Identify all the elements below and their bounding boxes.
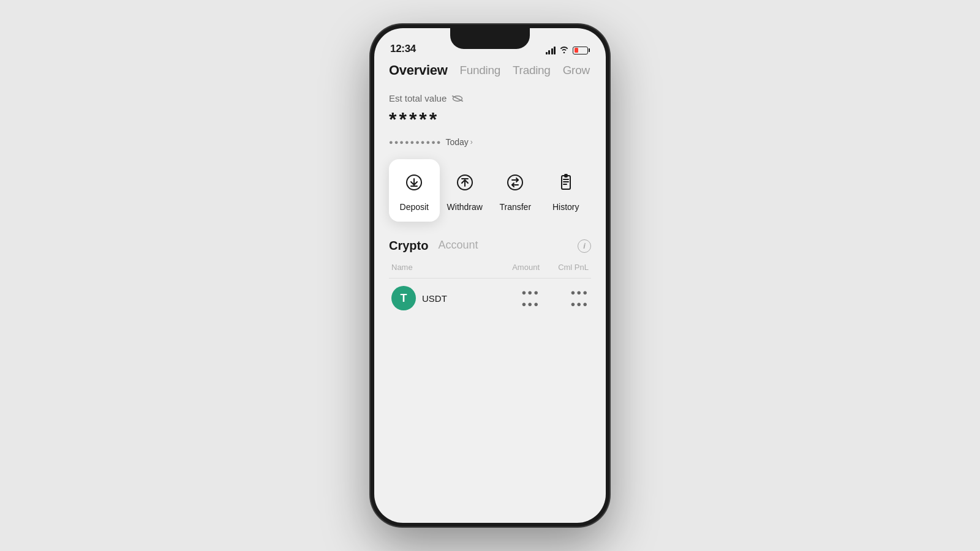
phone-notch (450, 28, 530, 49)
tab-grow[interactable]: Grow (563, 64, 590, 77)
wifi-icon (559, 45, 569, 55)
usdt-icon: T (391, 286, 416, 310)
status-time: 12:34 (390, 43, 416, 55)
transfer-icon (502, 169, 529, 196)
crypto-tabs: Crypto Account i (389, 239, 591, 253)
battery-icon (573, 47, 590, 54)
col-name-header: Name (391, 263, 484, 272)
balance-section: Est total value ***** ●●●●●●●●●● Today › (389, 93, 591, 147)
usdt-amount: ●●● ●●● (484, 288, 540, 309)
svg-point-5 (508, 175, 522, 190)
app-content: Overview Funding Trading Grow Est total … (374, 60, 606, 523)
tab-crypto[interactable]: Crypto (389, 239, 428, 253)
est-total-label: Est total value (389, 93, 591, 103)
hide-balance-icon[interactable] (451, 94, 464, 103)
transfer-label: Transfer (499, 202, 531, 212)
usdt-pnl: ●●● ●●● (540, 288, 589, 309)
history-icon (552, 169, 579, 196)
deposit-icon (401, 169, 428, 196)
usdt-name: USDT (422, 293, 447, 304)
transfer-button[interactable]: Transfer (490, 159, 541, 222)
history-label: History (552, 202, 579, 212)
info-icon[interactable]: i (578, 239, 591, 253)
withdraw-icon (451, 169, 478, 196)
table-row[interactable]: T USDT ●●● ●●● ●●● ●●● (389, 279, 591, 318)
deposit-label: Deposit (400, 202, 429, 212)
usdt-amount-dots: ●●● ●●● (484, 288, 540, 309)
signal-icon (546, 47, 556, 54)
col-amount-header: Amount (484, 263, 540, 272)
phone-device: 12:34 (371, 24, 609, 527)
tab-overview[interactable]: Overview (389, 62, 447, 78)
withdraw-button[interactable]: Withdraw (440, 159, 491, 222)
coin-info: T USDT (391, 286, 484, 310)
usdt-pnl-dots: ●●● ●●● (540, 288, 589, 309)
crypto-section: Crypto Account i Name Amount Cml PnL T U… (389, 239, 591, 318)
col-pnl-header: Cml PnL (540, 263, 589, 272)
action-buttons: Deposit Withdraw (389, 159, 591, 222)
today-button[interactable]: Today › (445, 137, 472, 147)
balance-change-dots: ●●●●●●●●●● (389, 138, 442, 146)
balance-change-row: ●●●●●●●●●● Today › (389, 137, 591, 147)
tab-trading[interactable]: Trading (513, 64, 551, 77)
deposit-button[interactable]: Deposit (389, 159, 440, 222)
chevron-right-icon: › (470, 138, 473, 146)
withdraw-label: Withdraw (447, 202, 483, 212)
table-header: Name Amount Cml PnL (389, 263, 591, 279)
phone-screen: 12:34 (374, 28, 606, 523)
tab-funding[interactable]: Funding (459, 64, 500, 77)
nav-tabs: Overview Funding Trading Grow (389, 60, 591, 78)
crypto-tab-group: Crypto Account (389, 239, 478, 253)
history-button[interactable]: History (541, 159, 592, 222)
tab-account[interactable]: Account (438, 239, 478, 253)
balance-value: ***** (389, 108, 591, 131)
status-icons (546, 45, 590, 55)
